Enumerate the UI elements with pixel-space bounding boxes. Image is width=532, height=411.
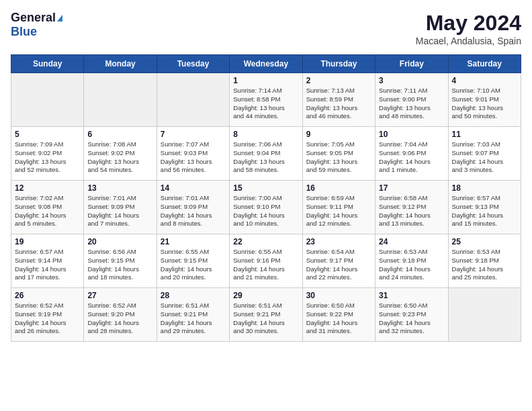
day-number: 25 bbox=[452, 237, 517, 246]
cell-details: Sunrise: 6:53 AMSunset: 9:18 PMDaylight:… bbox=[379, 248, 444, 282]
calendar-cell: 28Sunrise: 6:51 AMSunset: 9:21 PMDayligh… bbox=[157, 288, 229, 342]
title-area: May 2024 Macael, Andalusia, Spain bbox=[416, 11, 521, 46]
calendar-cell: 24Sunrise: 6:53 AMSunset: 9:18 PMDayligh… bbox=[375, 234, 448, 288]
header: General Blue May 2024 Macael, Andalusia,… bbox=[11, 11, 521, 46]
calendar-week-3: 12Sunrise: 7:02 AMSunset: 9:08 PMDayligh… bbox=[11, 181, 521, 234]
calendar-cell: 23Sunrise: 6:54 AMSunset: 9:17 PMDayligh… bbox=[302, 234, 375, 288]
calendar-cell: 2Sunrise: 7:13 AMSunset: 8:59 PMDaylight… bbox=[302, 73, 375, 127]
calendar-cell: 18Sunrise: 6:57 AMSunset: 9:13 PMDayligh… bbox=[448, 181, 521, 234]
day-number: 4 bbox=[452, 76, 517, 85]
calendar-cell: 26Sunrise: 6:52 AMSunset: 9:19 PMDayligh… bbox=[11, 288, 84, 342]
cell-details: Sunrise: 6:55 AMSunset: 9:16 PMDaylight:… bbox=[233, 248, 298, 282]
cell-details: Sunrise: 6:50 AMSunset: 9:23 PMDaylight:… bbox=[379, 302, 444, 336]
day-number: 23 bbox=[306, 237, 371, 246]
cell-details: Sunrise: 6:59 AMSunset: 9:11 PMDaylight:… bbox=[306, 194, 371, 228]
day-number: 2 bbox=[306, 76, 371, 85]
calendar-cell: 10Sunrise: 7:04 AMSunset: 9:06 PMDayligh… bbox=[375, 127, 448, 181]
cell-details: Sunrise: 7:01 AMSunset: 9:09 PMDaylight:… bbox=[161, 194, 226, 228]
calendar-cell: 25Sunrise: 6:53 AMSunset: 9:18 PMDayligh… bbox=[448, 234, 521, 288]
day-number: 3 bbox=[379, 76, 444, 85]
day-number: 21 bbox=[161, 237, 226, 246]
calendar-cell: 3Sunrise: 7:11 AMSunset: 9:00 PMDaylight… bbox=[375, 73, 448, 127]
calendar-cell: 8Sunrise: 7:06 AMSunset: 9:04 PMDaylight… bbox=[230, 127, 302, 181]
day-number: 30 bbox=[306, 291, 371, 300]
day-header-saturday: Saturday bbox=[448, 55, 521, 73]
calendar-cell: 30Sunrise: 6:50 AMSunset: 9:22 PMDayligh… bbox=[302, 288, 375, 342]
calendar-cell bbox=[448, 288, 521, 342]
day-number: 12 bbox=[15, 183, 80, 193]
cell-details: Sunrise: 7:11 AMSunset: 9:00 PMDaylight:… bbox=[379, 87, 444, 121]
day-number: 10 bbox=[379, 130, 444, 139]
calendar-cell: 11Sunrise: 7:03 AMSunset: 9:07 PMDayligh… bbox=[448, 127, 521, 181]
day-header-sunday: Sunday bbox=[11, 55, 84, 73]
calendar-cell: 19Sunrise: 6:57 AMSunset: 9:14 PMDayligh… bbox=[11, 234, 84, 288]
day-number: 17 bbox=[379, 183, 444, 193]
day-number: 24 bbox=[379, 237, 444, 246]
day-number: 5 bbox=[15, 130, 80, 139]
day-number: 14 bbox=[161, 183, 226, 193]
cell-details: Sunrise: 7:03 AMSunset: 9:07 PMDaylight:… bbox=[452, 140, 517, 175]
calendar-cell: 31Sunrise: 6:50 AMSunset: 9:23 PMDayligh… bbox=[375, 288, 448, 342]
calendar-cell: 9Sunrise: 7:05 AMSunset: 9:05 PMDaylight… bbox=[302, 127, 375, 181]
calendar-cell: 1Sunrise: 7:14 AMSunset: 8:58 PMDaylight… bbox=[230, 73, 302, 127]
cell-details: Sunrise: 7:01 AMSunset: 9:09 PMDaylight:… bbox=[87, 194, 152, 228]
calendar-cell bbox=[157, 73, 229, 127]
cell-details: Sunrise: 7:09 AMSunset: 9:02 PMDaylight:… bbox=[15, 140, 80, 175]
cell-details: Sunrise: 7:14 AMSunset: 8:58 PMDaylight:… bbox=[233, 87, 298, 121]
calendar-cell: 17Sunrise: 6:58 AMSunset: 9:12 PMDayligh… bbox=[375, 181, 448, 234]
calendar-header: SundayMondayTuesdayWednesdayThursdayFrid… bbox=[11, 55, 521, 73]
cell-details: Sunrise: 7:10 AMSunset: 9:01 PMDaylight:… bbox=[452, 87, 517, 121]
day-number: 18 bbox=[452, 183, 517, 193]
day-number: 15 bbox=[233, 183, 298, 193]
day-header-tuesday: Tuesday bbox=[157, 55, 229, 73]
calendar-body: 1Sunrise: 7:14 AMSunset: 8:58 PMDaylight… bbox=[11, 73, 521, 342]
logo-blue-text: Blue bbox=[11, 25, 37, 38]
cell-details: Sunrise: 7:13 AMSunset: 8:59 PMDaylight:… bbox=[306, 87, 371, 121]
header-row: SundayMondayTuesdayWednesdayThursdayFrid… bbox=[11, 55, 521, 73]
calendar-cell: 20Sunrise: 6:56 AMSunset: 9:15 PMDayligh… bbox=[84, 234, 157, 288]
day-number: 7 bbox=[161, 130, 226, 139]
calendar-table: SundayMondayTuesdayWednesdayThursdayFrid… bbox=[11, 54, 521, 342]
day-number: 13 bbox=[87, 183, 152, 193]
day-number: 22 bbox=[233, 237, 298, 246]
day-number: 8 bbox=[233, 130, 298, 139]
logo-flag-icon bbox=[57, 15, 62, 21]
calendar-cell: 5Sunrise: 7:09 AMSunset: 9:02 PMDaylight… bbox=[11, 127, 84, 181]
day-number: 27 bbox=[87, 291, 152, 300]
day-number: 9 bbox=[306, 130, 371, 139]
cell-details: Sunrise: 6:54 AMSunset: 9:17 PMDaylight:… bbox=[306, 248, 371, 282]
calendar-cell: 4Sunrise: 7:10 AMSunset: 9:01 PMDaylight… bbox=[448, 73, 521, 127]
calendar-cell: 6Sunrise: 7:08 AMSunset: 9:02 PMDaylight… bbox=[84, 127, 157, 181]
day-number: 6 bbox=[87, 130, 152, 139]
location: Macael, Andalusia, Spain bbox=[416, 36, 521, 46]
day-number: 31 bbox=[379, 291, 444, 300]
calendar-cell: 12Sunrise: 7:02 AMSunset: 9:08 PMDayligh… bbox=[11, 181, 84, 234]
day-header-wednesday: Wednesday bbox=[230, 55, 302, 73]
calendar-week-5: 26Sunrise: 6:52 AMSunset: 9:19 PMDayligh… bbox=[11, 288, 521, 342]
calendar-cell: 15Sunrise: 7:00 AMSunset: 9:10 PMDayligh… bbox=[230, 181, 302, 234]
cell-details: Sunrise: 7:06 AMSunset: 9:04 PMDaylight:… bbox=[233, 140, 298, 175]
cell-details: Sunrise: 7:07 AMSunset: 9:03 PMDaylight:… bbox=[161, 140, 226, 175]
calendar-cell: 14Sunrise: 7:01 AMSunset: 9:09 PMDayligh… bbox=[157, 181, 229, 234]
cell-details: Sunrise: 6:55 AMSunset: 9:15 PMDaylight:… bbox=[161, 248, 226, 282]
cell-details: Sunrise: 6:51 AMSunset: 9:21 PMDaylight:… bbox=[233, 302, 298, 336]
calendar-week-4: 19Sunrise: 6:57 AMSunset: 9:14 PMDayligh… bbox=[11, 234, 521, 288]
cell-details: Sunrise: 6:57 AMSunset: 9:13 PMDaylight:… bbox=[452, 194, 517, 228]
cell-details: Sunrise: 6:52 AMSunset: 9:19 PMDaylight:… bbox=[15, 302, 80, 336]
cell-details: Sunrise: 6:50 AMSunset: 9:22 PMDaylight:… bbox=[306, 302, 371, 336]
day-number: 28 bbox=[161, 291, 226, 300]
logo: General Blue bbox=[11, 11, 62, 39]
day-header-thursday: Thursday bbox=[302, 55, 375, 73]
day-number: 19 bbox=[15, 237, 80, 246]
day-number: 26 bbox=[15, 291, 80, 300]
month-title: May 2024 bbox=[416, 11, 521, 36]
calendar-cell bbox=[84, 73, 157, 127]
cell-details: Sunrise: 6:51 AMSunset: 9:21 PMDaylight:… bbox=[161, 302, 226, 336]
logo-general-text: General bbox=[11, 11, 56, 25]
cell-details: Sunrise: 6:56 AMSunset: 9:15 PMDaylight:… bbox=[87, 248, 152, 282]
day-number: 11 bbox=[452, 130, 517, 139]
cell-details: Sunrise: 7:04 AMSunset: 9:06 PMDaylight:… bbox=[379, 140, 444, 175]
calendar-cell: 16Sunrise: 6:59 AMSunset: 9:11 PMDayligh… bbox=[302, 181, 375, 234]
cell-details: Sunrise: 6:57 AMSunset: 9:14 PMDaylight:… bbox=[15, 248, 80, 282]
day-header-friday: Friday bbox=[375, 55, 448, 73]
